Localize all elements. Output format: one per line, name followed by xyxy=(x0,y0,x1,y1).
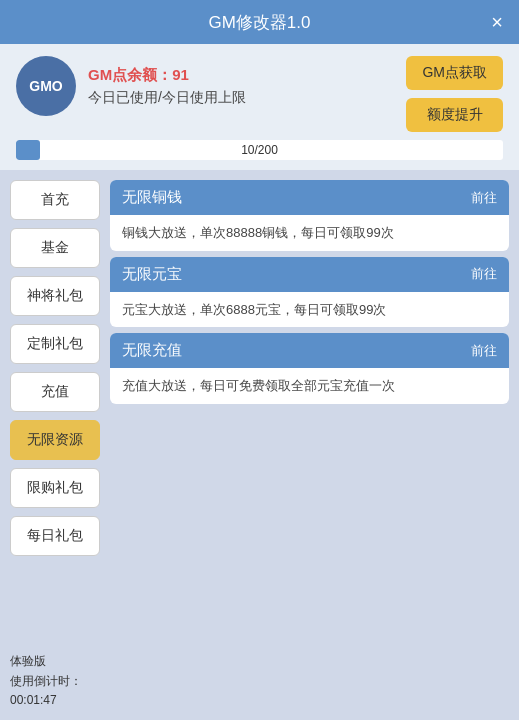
footer-info: 体验版 使用倒计时： 00:01:47 xyxy=(10,652,100,710)
card-goto-card1[interactable]: 前往 xyxy=(471,189,497,207)
card-card2: 无限元宝 前往 元宝大放送，单次6888元宝，每日可领取99次 xyxy=(110,257,509,328)
card-title-card1: 无限铜钱 xyxy=(122,188,182,207)
app-title: GM修改器1.0 xyxy=(208,11,310,34)
card-header-card1: 无限铜钱 前往 xyxy=(110,180,509,215)
nav-btn-shochu[interactable]: 首充 xyxy=(10,180,100,220)
left-nav: 首充 基金 神将礼包 定制礼包 充值 无限资源 限购礼包 每日礼包 体验版 使用… xyxy=(10,180,100,710)
header-buttons: GM点获取 额度提升 xyxy=(406,56,503,132)
nav-btn-chongzhi[interactable]: 充值 xyxy=(10,372,100,412)
countdown-label: 使用倒计时： 00:01:47 xyxy=(10,672,100,710)
card-body-card3: 充值大放送，每日可免费领取全部元宝充值一次 xyxy=(110,368,509,404)
nav-btn-wuxian[interactable]: 无限资源 xyxy=(10,420,100,460)
header-section: GMO GM点余额：91 今日已使用/今日使用上限 GM点获取 额度提升 10/… xyxy=(0,44,519,170)
points-label-text: GM点余额： xyxy=(88,66,172,83)
progress-bar-fill xyxy=(16,140,40,160)
card-body-card1: 铜钱大放送，单次88888铜钱，每日可领取99次 xyxy=(110,215,509,251)
close-icon[interactable]: × xyxy=(491,12,503,32)
nav-btn-xiangou[interactable]: 限购礼包 xyxy=(10,468,100,508)
quota-upgrade-button[interactable]: 额度提升 xyxy=(406,98,503,132)
card-header-card2: 无限元宝 前往 xyxy=(110,257,509,292)
header-info: GM点余额：91 今日已使用/今日使用上限 xyxy=(88,66,246,107)
version-label: 体验版 xyxy=(10,652,100,671)
title-bar: GM修改器1.0 × xyxy=(0,0,519,44)
card-card3: 无限充值 前往 充值大放送，每日可免费领取全部元宝充值一次 xyxy=(110,333,509,404)
main-content: 首充 基金 神将礼包 定制礼包 充值 无限资源 限购礼包 每日礼包 体验版 使用… xyxy=(0,170,519,720)
card-title-card2: 无限元宝 xyxy=(122,265,182,284)
countdown-label-text: 使用倒计时： xyxy=(10,674,82,688)
gm-get-button[interactable]: GM点获取 xyxy=(406,56,503,90)
nav-btn-meiri[interactable]: 每日礼包 xyxy=(10,516,100,556)
nav-btn-jijin[interactable]: 基金 xyxy=(10,228,100,268)
progress-container: 10/200 xyxy=(16,140,503,160)
gm-limit-label: 今日已使用/今日使用上限 xyxy=(88,89,246,107)
card-card1: 无限铜钱 前往 铜钱大放送，单次88888铜钱，每日可领取99次 xyxy=(110,180,509,251)
card-goto-card2[interactable]: 前往 xyxy=(471,265,497,283)
nav-btn-shenjiang[interactable]: 神将礼包 xyxy=(10,276,100,316)
card-body-card2: 元宝大放送，单次6888元宝，每日可领取99次 xyxy=(110,292,509,328)
progress-text: 10/200 xyxy=(241,143,278,157)
card-goto-card3[interactable]: 前往 xyxy=(471,342,497,360)
card-header-card3: 无限充值 前往 xyxy=(110,333,509,368)
right-content: 无限铜钱 前往 铜钱大放送，单次88888铜钱，每日可领取99次 无限元宝 前往… xyxy=(110,180,509,710)
points-value: 91 xyxy=(172,66,189,83)
nav-btn-dinzhi[interactable]: 定制礼包 xyxy=(10,324,100,364)
countdown-value: 00:01:47 xyxy=(10,693,57,707)
gm-points-label: GM点余额：91 xyxy=(88,66,246,85)
avatar: GMO xyxy=(16,56,76,116)
card-title-card3: 无限充值 xyxy=(122,341,182,360)
